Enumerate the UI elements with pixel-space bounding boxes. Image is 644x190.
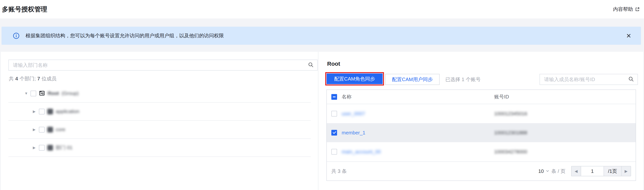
external-link-icon (635, 7, 640, 12)
department-search-input[interactable] (9, 60, 317, 70)
member-name-link[interactable]: member_1 (342, 130, 365, 136)
tree-node-label: 部门 01 (47, 144, 72, 151)
member-name-link[interactable]: main_account_00 (342, 149, 381, 155)
page-size-select[interactable]: 10 (538, 168, 550, 174)
total-count-text: 共 3 条 (331, 168, 347, 175)
dept-icon (47, 145, 53, 151)
table-row[interactable]: member_1100012301888 (327, 123, 636, 142)
configure-cam-user-sync-button[interactable]: 配置CAM用户同步 (385, 74, 440, 85)
account-id: 100012345016 (494, 111, 527, 117)
next-page-button[interactable]: ▶ (622, 166, 631, 176)
caret-down-icon[interactable]: ▼ (24, 91, 28, 96)
page-navigator: ◀ 1 /1页 ▶ (571, 166, 631, 176)
row-checkbox[interactable] (331, 130, 337, 136)
tree-node[interactable]: ▶部门 01 (8, 139, 311, 157)
row-checkbox[interactable] (331, 111, 337, 117)
member-name-link[interactable]: user_0007 (342, 111, 365, 117)
department-search (8, 60, 318, 71)
tree-node-checkbox[interactable] (39, 145, 44, 151)
selection-count-text: 已选择 1 个账号 (445, 74, 480, 85)
tree-node-label: Root (Group) (48, 90, 79, 96)
configure-cam-role-sync-button[interactable]: 配置CAM角色同步 (326, 73, 383, 84)
banner-close-icon[interactable]: × (626, 32, 631, 40)
member-search (540, 74, 638, 85)
dept-icon (47, 109, 53, 114)
table-row[interactable]: main_account_00100034278000 (327, 142, 636, 161)
department-panel: 共4个部门;7位成员 ▼Root (Group)▶application▶cor… (1, 52, 318, 190)
member-count: 7 (36, 76, 42, 81)
tree-node-checkbox[interactable] (39, 127, 44, 133)
chevron-down-icon (546, 168, 550, 174)
help-link-label: 内容帮助 (613, 6, 633, 12)
search-icon[interactable] (628, 76, 634, 83)
members-panel: Root 配置CAM角色同步 配置CAM用户同步 已选择 1 个账号 名称 账号 (318, 52, 643, 190)
org-icon (39, 90, 45, 97)
account-id: 100034278000 (494, 149, 527, 155)
table-header: 名称 账号ID (327, 90, 636, 104)
page: 多账号授权管理 内容帮助 根据集团组织结构，您可以为每个账号设置允许访问的用户或… (0, 0, 644, 190)
table-body: user_0007100012345016member_110001230188… (327, 104, 636, 161)
account-id: 100012301888 (494, 130, 527, 136)
department-summary: 共4个部门;7位成员 (9, 75, 56, 82)
tree-node-label: application (47, 109, 79, 114)
member-search-input[interactable] (540, 74, 638, 85)
tree-node-label: core (47, 127, 66, 133)
tree-node[interactable]: ▼Root (Group) (8, 85, 311, 103)
caret-right-icon[interactable]: ▶ (33, 127, 37, 132)
current-page-input[interactable]: 1 (581, 166, 604, 176)
department-tree: ▼Root (Group)▶application▶core▶部门 01 (8, 85, 311, 157)
search-icon[interactable] (308, 62, 314, 69)
members-table: 名称 账号ID user_0007100012345016member_1100… (326, 89, 636, 181)
banner-text: 根据集团组织结构，您可以为每个账号设置允许访问的用户或用户组，以及他们的访问权限 (26, 32, 224, 39)
caret-right-icon[interactable]: ▶ (33, 146, 37, 150)
total-pages-label: /1页 (604, 166, 622, 176)
content-card: 共4个部门;7位成员 ▼Root (Group)▶application▶cor… (1, 52, 643, 190)
column-header-account-id: 账号ID (494, 93, 509, 100)
info-banner: 根据集团组织结构，您可以为每个账号设置允许访问的用户或用户组，以及他们的访问权限… (2, 27, 641, 45)
page-size-unit-label: 条 / 页 (551, 168, 566, 175)
info-icon (13, 32, 20, 39)
selected-node-title: Root (327, 60, 340, 67)
tree-node-checkbox[interactable] (30, 91, 36, 96)
caret-right-icon[interactable]: ▶ (33, 109, 37, 114)
page-title: 多账号授权管理 (2, 5, 47, 14)
department-count: 4 (14, 76, 20, 81)
help-link[interactable]: 内容帮助 (613, 6, 640, 12)
page-header: 多账号授权管理 内容帮助 (0, 0, 644, 18)
tree-node[interactable]: ▶core (8, 121, 311, 139)
table-row[interactable]: user_0007100012345016 (327, 104, 636, 123)
select-all-checkbox[interactable] (331, 94, 337, 100)
dept-icon (47, 127, 53, 133)
annotation-highlight-box: 配置CAM角色同步 (325, 72, 384, 85)
page-size-value: 10 (538, 168, 544, 174)
column-header-name: 名称 (342, 93, 352, 100)
prev-page-button[interactable]: ◀ (572, 166, 581, 176)
tree-node-checkbox[interactable] (39, 109, 44, 114)
row-checkbox[interactable] (331, 149, 337, 155)
tree-node[interactable]: ▶application (8, 103, 311, 121)
pagination-bar: 共 3 条 10 条 / 页 ◀ (327, 162, 636, 181)
